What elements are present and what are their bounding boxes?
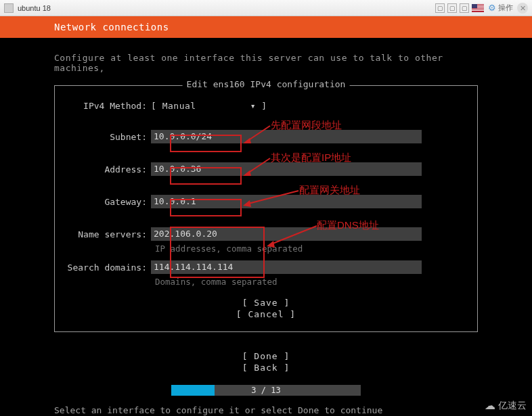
svg-rect-5 [472,10,484,11]
vm-title: ubuntu 18 [18,4,51,12]
vm-titlebar: ubuntu 18 ▢ ▢ ▢ ⚙ 操作 ✕ [0,0,532,16]
subnet-input[interactable] [151,130,422,143]
progress-text: 3 / 13 [251,386,280,395]
nameservers-hint: IP addresses, comma separated [155,244,468,254]
search-hint: Domains, comma separated [155,277,468,287]
gear-icon[interactable]: ⚙ [488,3,496,13]
save-button[interactable]: [ Save ] [64,298,468,308]
nameservers-label: Name servers: [64,229,151,239]
method-select[interactable]: [ Manual▾ ] [151,101,267,111]
address-input[interactable] [151,162,422,176]
back-button[interactable]: [ Back ] [54,363,478,373]
ctrl-box-icon[interactable]: ▢ [435,3,445,13]
installer-screen: Network connections Configure at least o… [0,16,532,416]
gateway-label: Gateway: [64,197,151,207]
subnet-label: Subnet: [64,132,151,142]
intro-text: Configure at least one interface this se… [54,38,478,73]
cancel-button[interactable]: [ Cancel ] [64,309,468,319]
flag-us-icon [472,4,484,12]
watermark: ☁ 亿速云 [485,399,527,412]
ctrl-box2-icon[interactable]: ▢ [447,3,457,13]
chevron-down-icon: ▾ [250,101,256,111]
nameservers-input[interactable] [151,227,422,241]
progress-bar: 3 / 13 [54,385,478,396]
address-label: Address: [64,164,151,175]
cloud-icon: ☁ [485,399,495,412]
header-title: Network connections [54,22,169,32]
vm-icon [4,3,14,13]
ipv4-dialog: Edit ens160 IPv4 configuration IPv4 Meth… [54,85,478,332]
method-label: IPv4 Method: [64,101,151,111]
search-input[interactable] [151,260,422,274]
svg-rect-6 [472,4,477,8]
done-button[interactable]: [ Done ] [54,351,478,361]
svg-rect-4 [472,9,484,9]
footer-text: Select an interface to configure it or s… [54,405,478,415]
ctrl-box3-icon[interactable]: ▢ [460,3,469,13]
close-icon[interactable]: ✕ [517,3,528,14]
header-bar: Network connections [0,16,532,38]
gateway-input[interactable] [151,195,422,208]
search-label: Search domains: [64,262,151,273]
op-label[interactable]: 操作 [498,3,513,13]
dialog-title: Edit ens160 IPv4 configuration [183,79,350,89]
